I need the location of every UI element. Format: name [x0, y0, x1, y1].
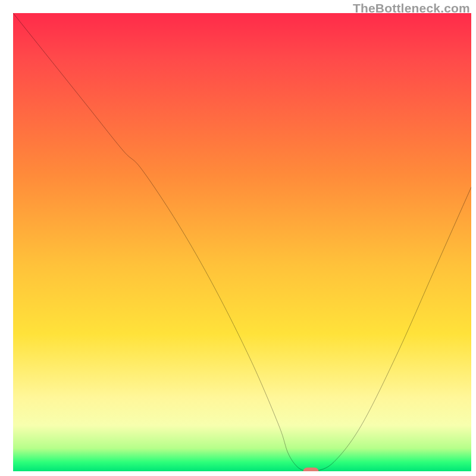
bottleneck-curve-path [13, 13, 471, 471]
curve-layer [13, 13, 471, 471]
optimal-point-marker [303, 468, 318, 471]
chart-stage: TheBottleneck.com [0, 0, 476, 476]
plot-area [13, 13, 471, 471]
